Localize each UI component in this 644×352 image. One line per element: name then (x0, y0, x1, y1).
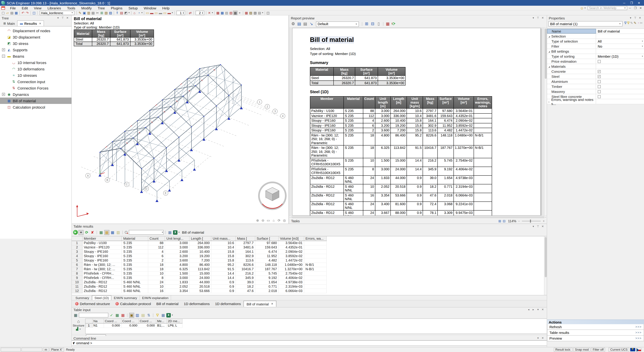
menu-help[interactable]: Help (159, 6, 172, 10)
confirm-icon[interactable]: ✓ (109, 313, 114, 318)
property-row-name[interactable]: NameBill of material (547, 29, 644, 34)
section-expander-icon[interactable]: ◢ (548, 50, 550, 52)
delete-row-icon[interactable]: ▦ (120, 313, 126, 318)
command-line-close-icon[interactable]: ✕ (540, 337, 545, 340)
zoom-in-icon[interactable]: ⊕ (256, 219, 260, 222)
3d-viewport[interactable]: ABCDE1234 Bill of material Selection: Al… (72, 15, 289, 224)
tree-item-beams[interactable]: −▬Beams (0, 53, 72, 59)
property-value[interactable] (596, 94, 644, 99)
group-dropdown-icon[interactable]: ▾ (142, 11, 142, 14)
results-row[interactable]: 1Paždíky - U100S 235883.000264.00010.627… (72, 241, 326, 245)
property-value[interactable]: ✓ (596, 74, 644, 79)
results-column-header[interactable]: Length [ (189, 236, 211, 241)
tree-dropdown-icon[interactable]: ▾ (56, 16, 60, 19)
scroll-track[interactable] (291, 216, 545, 218)
property-row-errors-warnings-and-notes-s-[interactable]: ▷Errors, warnings and notes s... (547, 99, 644, 104)
table-results-dropdown-icon[interactable]: ▾ (531, 225, 536, 228)
stepper-arrows-icon[interactable]: ▲▼ (182, 11, 185, 14)
report-print-icon[interactable]: ▤ (302, 21, 308, 27)
property-value[interactable]: No▾ (596, 44, 644, 49)
visibility-light-icon[interactable]: ▤ (257, 10, 262, 15)
input-column-header[interactable]: Coord ... (138, 319, 156, 323)
fit-height-icon[interactable]: ⊞ (498, 219, 502, 223)
property-value[interactable] (596, 89, 644, 94)
save-as-icon[interactable]: ▤ (10, 10, 14, 15)
menu-modify[interactable]: Modify (78, 6, 95, 10)
property-value[interactable]: All▾ (596, 39, 644, 43)
dropdown-arrow-icon[interactable]: ▾ (642, 55, 643, 58)
input-table-icon[interactable]: ▦ (161, 313, 166, 318)
table-input-dropdown-icon[interactable]: ▾ (536, 308, 540, 311)
report-close-icon[interactable]: ✕ (540, 16, 545, 19)
menu-plugins[interactable]: Plugins (108, 6, 126, 10)
default-view-icon[interactable]: ⌂ (132, 10, 137, 15)
property-row-timber[interactable]: Timber (547, 84, 644, 89)
sort-icon[interactable]: ⇅ (146, 313, 151, 318)
tree-item-3d-stress[interactable]: ◩3D stress (0, 40, 72, 47)
action-go-icon[interactable]: >>> (635, 331, 642, 334)
input-cell[interactable]: 0.000 (138, 323, 156, 328)
brush-icon[interactable]: ✎ (634, 21, 636, 26)
fit-page-icon[interactable]: ⊞ (364, 21, 369, 27)
menu-setup[interactable]: Setup (126, 6, 141, 10)
tree-item-connection-forces[interactable]: ⇅Connection Forces (0, 85, 72, 91)
mirror-icon[interactable]: ▧ (104, 10, 108, 15)
input-cell[interactable]: N1 (92, 323, 104, 328)
results-column-header[interactable]: Count (148, 236, 165, 241)
scroll-left-icon[interactable]: ‹ (290, 216, 290, 218)
input-filter-field[interactable] (79, 313, 108, 318)
group-dropdown-icon[interactable]: ▾ (262, 11, 263, 14)
activity-icon[interactable]: ⇑ (115, 10, 120, 15)
add-row-icon[interactable]: ▦ (115, 313, 120, 318)
property-row-aluminium[interactable]: Aluminium (547, 79, 644, 84)
zoom-window-icon[interactable]: ▭ (266, 219, 270, 222)
report-print-setup-icon[interactable]: ▤ (296, 21, 302, 27)
menu-view[interactable]: View (31, 6, 44, 10)
zoom-slider-thumb[interactable] (530, 220, 531, 223)
menu-tools[interactable]: Tools (64, 6, 78, 10)
zoom-plus-icon[interactable]: + (543, 219, 545, 223)
table-style-3-icon[interactable]: ▦ (110, 230, 115, 235)
clear-filter-icon[interactable]: ✕ (207, 10, 212, 15)
command-line-dropdown-icon[interactable]: ▾ (536, 337, 540, 340)
results-grid[interactable]: MemberMaterialCountUnit lengt...Length [… (72, 236, 547, 295)
input-category-selector[interactable]: ⌂ Structure ▟ ▾ (72, 319, 85, 334)
menu-file[interactable]: File (7, 6, 19, 10)
select-blue-icon[interactable]: ▩ (220, 10, 224, 15)
checkbox-icon[interactable] (598, 85, 601, 88)
visibility-red-icon[interactable]: ▦ (244, 10, 248, 15)
properties-pin-icon[interactable]: ⊤ (633, 16, 638, 19)
input-column-header[interactable]: 2D me... (167, 319, 182, 323)
results-row[interactable]: 11Ztužidla - RD12S 460 N/NL102.05220.518… (72, 284, 326, 289)
zoom-out-icon[interactable]: ⊖ (261, 219, 265, 222)
property-value[interactable]: ✓ (596, 69, 644, 74)
results-row[interactable]: 10Ztužidla - RD12S 460 N/NL241.83344.000… (72, 280, 326, 284)
search-dropdown-icon[interactable]: ▾ (624, 6, 626, 9)
grid-view-icon[interactable]: ▦ (167, 230, 172, 235)
menu-window[interactable]: Window (141, 6, 159, 10)
group-dropdown-icon[interactable]: ▾ (212, 11, 213, 14)
new-project-icon[interactable]: ▢ (1, 10, 5, 15)
modify-icon[interactable]: ✎ (78, 10, 82, 15)
edit-pencil-icon[interactable]: ✎ (630, 21, 633, 26)
refresh-table-icon[interactable]: ⟳ (84, 230, 89, 235)
status-filter[interactable]: Filter off (591, 348, 605, 352)
status-current-ucs[interactable]: Current UCS (608, 348, 629, 352)
tree-item-1d-internal-forces[interactable]: ◡1D internal forces (0, 59, 72, 66)
menu-edit[interactable]: Edit (19, 6, 31, 10)
select-grid-icon[interactable]: ▦ (233, 10, 238, 15)
results-row[interactable]: 4Sloupy - IPE160S 23563.20019.20015.8302… (72, 254, 326, 258)
visibility-brown-icon[interactable]: ▨ (248, 10, 253, 15)
status-result-lock[interactable]: Result lock: (554, 348, 572, 352)
doc-tab-calculation-protocol[interactable]: !Calculation protocol (113, 301, 154, 307)
redo-icon[interactable]: ↷ (25, 10, 30, 15)
action-preview[interactable]: Preview>>> (547, 336, 644, 341)
command-input[interactable]: ◤ ommand > (72, 340, 547, 346)
results-vertical-scrollbar[interactable] (544, 236, 547, 295)
property-row-concrete[interactable]: Concrete✓ (547, 69, 644, 74)
report-document-area[interactable]: Bill of material Selection: All Type of … (289, 28, 547, 216)
select-prev-icon[interactable]: ▨ (224, 10, 229, 15)
move-icon[interactable]: + (238, 10, 242, 15)
rotate-icon[interactable]: ▨ (108, 10, 113, 15)
lock-table-icon[interactable]: ▣ (129, 313, 134, 318)
